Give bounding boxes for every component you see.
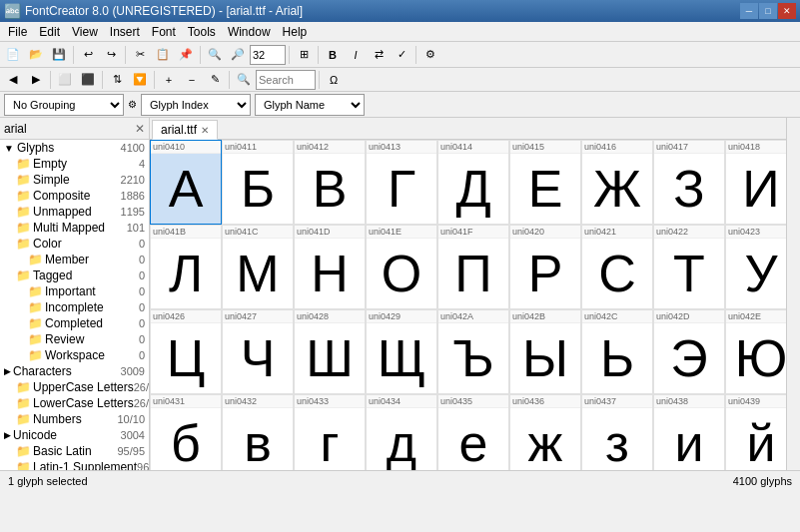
sidebar-item-characters[interactable]: ▶ Characters 3009	[0, 363, 149, 379]
sidebar-item-uppercase[interactable]: 📁 UpperCase Letters 26/26	[0, 379, 149, 395]
close-button[interactable]: ✕	[778, 3, 796, 19]
search-button[interactable]: 🔍	[233, 69, 255, 91]
zoom-in-button[interactable]: 🔍	[204, 44, 226, 66]
search-input[interactable]	[256, 70, 316, 90]
glyph-cell[interactable]: uni0411 Б	[222, 140, 294, 225]
sidebar-item-member[interactable]: 📁 Member 0	[0, 252, 149, 267]
glyph-cell[interactable]: uni0439 й	[725, 394, 786, 470]
sidebar-item-completed[interactable]: 📁 Completed 0	[0, 315, 149, 331]
menu-window[interactable]: Window	[222, 23, 277, 41]
grouping-select[interactable]: No Grouping By Script By Category	[4, 94, 124, 116]
tab-close-icon[interactable]: ✕	[201, 125, 209, 136]
glyph-cell[interactable]: uni0434 д	[366, 394, 437, 470]
italic-button[interactable]: I	[345, 44, 367, 66]
menu-edit[interactable]: Edit	[33, 23, 66, 41]
glyph-cell[interactable]: uni0413 Г	[366, 140, 437, 225]
transform-button[interactable]: ⇄	[368, 44, 390, 66]
delete-glyph-button[interactable]: −	[181, 69, 203, 91]
glyph-cell[interactable]: uni0438 и	[653, 394, 725, 470]
save-button[interactable]: 💾	[48, 44, 70, 66]
new-button[interactable]: 📄	[2, 44, 24, 66]
add-glyph-button[interactable]: +	[158, 69, 180, 91]
right-scrollbar[interactable]	[786, 118, 800, 470]
index-select[interactable]: Glyph Index Unicode Name	[141, 94, 251, 116]
select-all-button[interactable]: ⬜	[54, 69, 76, 91]
glyph-cell[interactable]: uni041B Л	[150, 225, 222, 309]
glyph-cell[interactable]: uni0433 г	[294, 394, 366, 470]
glyph-cell[interactable]: uni0437 з	[581, 394, 653, 470]
glyph-cell[interactable]: uni041D Н	[294, 225, 366, 309]
sidebar-item-unmapped[interactable]: 📁 Unmapped 1195	[0, 204, 149, 220]
titlebar-controls[interactable]: ─ □ ✕	[740, 3, 796, 19]
prev-button[interactable]: ◀	[2, 69, 24, 91]
glyph-cell[interactable]: uni0432 в	[222, 394, 294, 470]
next-button[interactable]: ▶	[25, 69, 47, 91]
name-select[interactable]: Glyph Name Unicode Name PostScript Name	[255, 94, 365, 116]
bold-button[interactable]: B	[322, 44, 344, 66]
menu-font[interactable]: Font	[146, 23, 182, 41]
minimize-button[interactable]: ─	[740, 3, 758, 19]
undo-button[interactable]: ↩	[77, 44, 99, 66]
sort-button[interactable]: ⇅	[106, 69, 128, 91]
sidebar-item-tagged[interactable]: 📁 Tagged 0	[0, 267, 149, 283]
zoom-input[interactable]	[250, 45, 286, 65]
glyph-cell[interactable]: uni0412 В	[294, 140, 366, 225]
sidebar-item-lowercase[interactable]: 📁 LowerCase Letters 26/26	[0, 395, 149, 411]
glyph-cell[interactable]: uni042E Ю	[725, 309, 786, 394]
sidebar-item-multimapped[interactable]: 📁 Multi Mapped 101	[0, 220, 149, 236]
copy-button[interactable]: 📋	[152, 44, 174, 66]
menu-file[interactable]: File	[2, 23, 33, 41]
sidebar-item-important[interactable]: 📁 Important 0	[0, 283, 149, 299]
paste-button[interactable]: 📌	[175, 44, 197, 66]
glyph-cell[interactable]: uni042D Э	[653, 309, 725, 394]
sidebar-item-incomplete[interactable]: 📁 Incomplete 0	[0, 299, 149, 315]
grid-button[interactable]: ⊞	[293, 44, 315, 66]
sidebar-item-numbers[interactable]: 📁 Numbers 10/10	[0, 411, 149, 427]
glyph-cell[interactable]: uni0423 У	[725, 225, 786, 309]
menu-help[interactable]: Help	[277, 23, 314, 41]
glyph-cell[interactable]: uni0420 Р	[509, 225, 581, 309]
glyph-cell[interactable]: uni041C М	[222, 225, 294, 309]
menu-insert[interactable]: Insert	[104, 23, 146, 41]
sidebar-item-empty[interactable]: 📁 Empty 4	[0, 156, 149, 172]
glyph-cell[interactable]: uni041F П	[437, 225, 509, 309]
sidebar-item-composite[interactable]: 📁 Composite 1886	[0, 188, 149, 204]
glyph-cell[interactable]: uni0429 Щ	[366, 309, 437, 394]
char-map-button[interactable]: Ω	[323, 69, 345, 91]
open-button[interactable]: 📂	[25, 44, 47, 66]
validate-button[interactable]: ✓	[391, 44, 412, 66]
rename-button[interactable]: ✎	[204, 69, 226, 91]
zoom-out-button[interactable]: 🔎	[227, 44, 249, 66]
redo-button[interactable]: ↪	[100, 44, 122, 66]
glyph-cell[interactable]: uni0417 З	[653, 140, 725, 225]
sidebar-item-unicode[interactable]: ▶ Unicode 3004	[0, 427, 149, 443]
sidebar-item-workspace[interactable]: 📁 Workspace 0	[0, 347, 149, 363]
sidebar-item-basiclatin[interactable]: 📁 Basic Latin 95/95	[0, 443, 149, 459]
deselect-button[interactable]: ⬛	[77, 69, 99, 91]
sidebar-close[interactable]: ✕	[135, 122, 145, 136]
glyph-cell[interactable]: uni041E О	[366, 225, 437, 309]
menu-tools[interactable]: Tools	[182, 23, 222, 41]
menu-view[interactable]: View	[66, 23, 104, 41]
sidebar-item-simple[interactable]: 📁 Simple 2210	[0, 172, 149, 188]
cut-button[interactable]: ✂	[129, 44, 151, 66]
glyph-cell[interactable]: uni0426 Ц	[150, 309, 222, 394]
glyph-cell[interactable]: uni0435 е	[437, 394, 509, 470]
glyph-cell[interactable]: uni0431 б	[150, 394, 222, 470]
glyph-cell[interactable]: uni0422 Т	[653, 225, 725, 309]
glyph-area[interactable]: uni0410 А uni0411 Б uni0412 В uni0413 Г …	[150, 140, 786, 470]
glyph-cell[interactable]: uni0418 И	[725, 140, 786, 225]
glyph-cell[interactable]: uni0414 Д	[437, 140, 509, 225]
settings-button[interactable]: ⚙	[419, 44, 441, 66]
glyph-cell[interactable]: uni0415 Е	[509, 140, 581, 225]
glyph-cell[interactable]: uni0421 С	[581, 225, 653, 309]
glyph-cell[interactable]: uni0416 Ж	[581, 140, 653, 225]
maximize-button[interactable]: □	[759, 3, 777, 19]
sidebar-item-review[interactable]: 📁 Review 0	[0, 331, 149, 347]
glyph-cell[interactable]: uni0428 Ш	[294, 309, 366, 394]
glyph-cell[interactable]: uni0427 Ч	[222, 309, 294, 394]
glyph-cell[interactable]: uni042C Ь	[581, 309, 653, 394]
sidebar-item-color[interactable]: 📁 Color 0	[0, 236, 149, 252]
sidebar-item-glyphs[interactable]: ▼ Glyphs 4100	[0, 140, 149, 156]
glyph-cell[interactable]: uni042A Ъ	[437, 309, 509, 394]
